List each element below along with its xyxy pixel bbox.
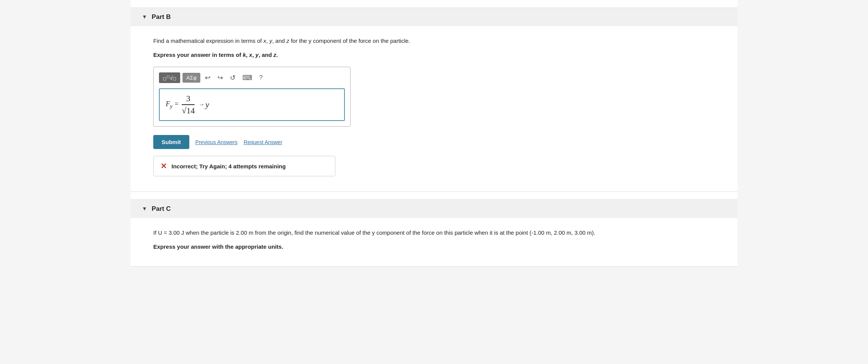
part-c-body: If U = 3.00 J when the particle is 2.00 … [131,218,737,266]
action-row: Submit Previous Answers Request Answer [153,135,715,149]
part-c-title: Part C [152,205,171,213]
part-b-question: Find a mathematical expression in terms … [153,37,715,46]
part-c-instruction: Express your answer with the appropriate… [153,243,715,251]
fraction-denominator: √14 [182,106,195,116]
fraction-line [182,104,195,105]
undo-button[interactable]: ↩ [203,73,213,83]
part-b-header[interactable]: ▼ Part B [131,8,737,26]
greek-button[interactable]: ΑΣφ [182,73,200,83]
part-c-question: If U = 3.00 J when the particle is 2.00 … [153,229,715,237]
page-container: ▼ Part B Find a mathematical expression … [131,0,737,267]
sqrt-symbol: √14 [182,106,195,116]
math-expression-area[interactable]: Fy = 3 √14 → y [159,88,345,121]
feedback-text: Incorrect; Try Again; 4 attempts remaini… [171,163,286,169]
error-icon: ✕ [160,162,167,171]
feedback-box: ✕ Incorrect; Try Again; 4 attempts remai… [153,156,335,176]
redo-button[interactable]: ↪ [215,73,225,83]
part-c-section: ▼ Part C If U = 3.00 J when the particle… [131,192,737,267]
math-toolbar: ◻◻√◻ ΑΣφ ↩ ↪ ↺ ⌨ ? [159,72,345,83]
y-variable: y [205,100,209,110]
previous-answers-button[interactable]: Previous Answers [195,139,237,145]
keyboard-button[interactable]: ⌨ [240,73,255,83]
part-c-header[interactable]: ▼ Part C [131,199,737,218]
part-b-instruction: Express your answer in terms of k, x, y,… [153,51,715,60]
request-answer-button[interactable]: Request Answer [244,139,282,145]
help-button[interactable]: ? [257,74,265,82]
submit-button[interactable]: Submit [153,135,189,149]
part-b-title: Part B [152,13,171,21]
fy-label: Fy = [166,100,179,110]
fraction-sqrt-button[interactable]: ◻◻√◻ [159,72,180,83]
part-b-body: Find a mathematical expression in terms … [131,26,737,191]
arrow-indicator: → [198,101,204,108]
part-b-chevron-icon: ▼ [142,14,147,20]
part-c-chevron-icon: ▼ [142,206,147,212]
refresh-button[interactable]: ↺ [228,73,238,83]
math-input-container: ◻◻√◻ ΑΣφ ↩ ↪ ↺ ⌨ ? Fy = 3 √1 [153,67,351,127]
part-b-section: ▼ Part B Find a mathematical expression … [131,0,737,192]
fraction-display: 3 √14 [182,94,195,116]
fraction-numerator: 3 [185,94,192,104]
